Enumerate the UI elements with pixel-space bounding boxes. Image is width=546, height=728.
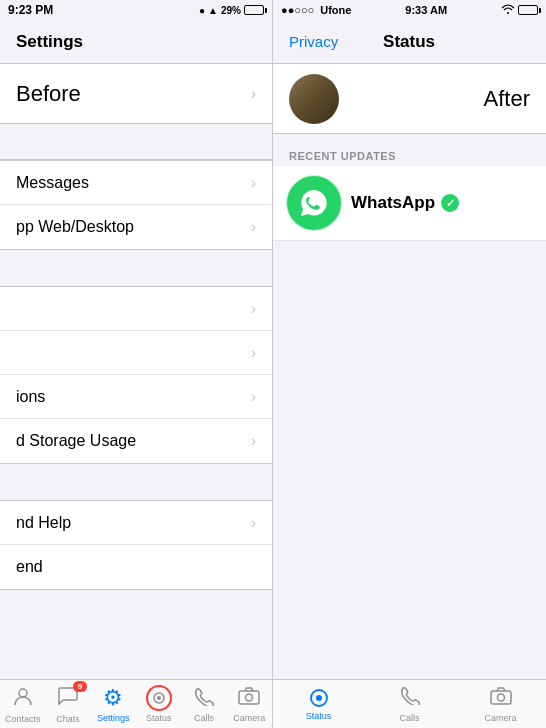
svg-rect-8 xyxy=(491,691,511,704)
tab-camera-right[interactable]: Camera xyxy=(455,685,546,723)
chats-tab-label: Chats xyxy=(56,714,80,724)
settings-icon: ⚙ xyxy=(103,685,123,711)
before-chevron-icon: › xyxy=(251,85,256,103)
left-panel: 9:23 PM ● ▲ 29% Settings Before › Messag… xyxy=(0,0,273,728)
time-left: 9:23 PM xyxy=(8,3,53,17)
whatsapp-ring xyxy=(287,176,341,230)
svg-rect-3 xyxy=(239,691,259,704)
whatsapp-icon-wrapper xyxy=(289,178,339,228)
tab-settings[interactable]: ⚙ Settings xyxy=(91,685,136,723)
separator-1 xyxy=(0,124,272,160)
calls-left-tab-label: Calls xyxy=(194,713,214,723)
signal-dots-icon: ●●○○○ xyxy=(281,4,314,16)
tab-calls-right[interactable]: Calls xyxy=(364,685,455,723)
status-left-tab-label: Status xyxy=(146,713,172,723)
signal-right: ●●○○○ Ufone xyxy=(281,4,351,16)
list-item-help[interactable]: nd Help › xyxy=(0,501,272,545)
after-avatar xyxy=(289,74,339,124)
tab-status-left[interactable]: Status xyxy=(136,685,181,723)
status-bar-left: 9:23 PM ● ▲ 29% xyxy=(0,0,272,20)
tab-bar-left: Contacts 9 Chats ⚙ Settings xyxy=(0,679,272,728)
calls-right-tab-label: Calls xyxy=(399,713,419,723)
check-icon: ✓ xyxy=(446,197,455,210)
camera-left-icon xyxy=(238,685,260,711)
list-section-mid: › › ions › d Storage Usage › xyxy=(0,286,272,464)
chats-badge: 9 xyxy=(73,681,87,692)
battery-bar-right xyxy=(518,5,538,15)
list-item-ions[interactable]: ions › xyxy=(0,375,272,419)
status-page-title: Status xyxy=(383,32,435,52)
list-item-end[interactable]: end xyxy=(0,545,272,589)
signal-icon: ● xyxy=(199,5,205,16)
nav-bar-left: Settings xyxy=(0,20,272,64)
back-button[interactable]: Privacy xyxy=(289,33,338,50)
chevron-2-icon: › xyxy=(251,344,256,362)
contacts-icon xyxy=(12,685,34,712)
list-item-storage[interactable]: d Storage Usage › xyxy=(0,419,272,463)
settings-tab-label: Settings xyxy=(97,713,130,723)
before-row[interactable]: Before › xyxy=(0,64,272,124)
svg-point-4 xyxy=(246,694,253,701)
calls-right-icon xyxy=(400,685,420,711)
tab-calls-left[interactable]: Calls xyxy=(181,686,226,723)
list-item-chevron-2[interactable]: › xyxy=(0,331,272,375)
battery-bar-left xyxy=(244,5,264,15)
status-right-tab-label: Status xyxy=(306,711,332,721)
list-section-top: Messages › pp Web/Desktop › xyxy=(0,160,272,250)
verified-badge-icon: ✓ xyxy=(441,194,459,212)
chats-icon: 9 xyxy=(57,685,79,712)
chevron-1-icon: › xyxy=(251,300,256,318)
web-label: pp Web/Desktop xyxy=(16,218,134,236)
tab-status-right[interactable]: Status xyxy=(273,687,364,721)
list-item-chevron-1[interactable]: › xyxy=(0,287,272,331)
svg-point-9 xyxy=(497,694,504,701)
tab-contacts[interactable]: Contacts xyxy=(0,685,45,724)
messages-chevron-icon: › xyxy=(251,174,256,192)
list-item-web[interactable]: pp Web/Desktop › xyxy=(0,205,272,249)
after-label: After xyxy=(484,86,530,112)
messages-label: Messages xyxy=(16,174,89,192)
right-content: After RECENT UPDATES WhatsApp ✓ xyxy=(273,64,546,679)
camera-right-tab-label: Camera xyxy=(484,713,516,723)
before-label: Before xyxy=(16,81,81,107)
list-item-messages[interactable]: Messages › xyxy=(0,161,272,205)
contacts-tab-label: Contacts xyxy=(5,714,41,724)
status-bar-right: ●●○○○ Ufone 9:33 AM xyxy=(273,0,546,20)
tab-bar-right: Status Calls Camera xyxy=(273,679,546,728)
wifi-right-icon xyxy=(501,4,515,16)
right-status-icons xyxy=(501,4,538,16)
section-gap-1 xyxy=(0,250,272,286)
settings-title: Settings xyxy=(16,32,83,52)
storage-label: d Storage Usage xyxy=(16,432,136,450)
status-right-icon xyxy=(308,687,330,709)
carrier-label: Ufone xyxy=(320,4,351,16)
ions-chevron-icon: › xyxy=(251,388,256,406)
nav-bar-right: Privacy Status xyxy=(273,20,546,64)
section-gap-2 xyxy=(0,464,272,500)
status-left-icon xyxy=(146,685,172,711)
svg-point-0 xyxy=(19,689,27,697)
camera-right-icon xyxy=(490,685,512,711)
whatsapp-update-item[interactable]: WhatsApp ✓ xyxy=(273,166,546,241)
right-panel: ●●○○○ Ufone 9:33 AM Privacy Status xyxy=(273,0,546,728)
time-right: 9:33 AM xyxy=(405,4,447,16)
svg-point-5 xyxy=(507,12,509,14)
help-chevron-icon: › xyxy=(251,514,256,532)
web-chevron-icon: › xyxy=(251,218,256,236)
end-label: end xyxy=(16,558,43,576)
tab-camera-left[interactable]: Camera xyxy=(227,685,272,723)
status-icons-left: ● ▲ 29% xyxy=(199,5,264,16)
left-content: Before › Messages › pp Web/Desktop › › › xyxy=(0,64,272,679)
whatsapp-name: WhatsApp xyxy=(351,193,435,213)
battery-left: 29% xyxy=(221,5,241,16)
help-label: nd Help xyxy=(16,514,71,532)
svg-point-2 xyxy=(157,696,161,700)
calls-left-icon xyxy=(194,686,214,711)
after-row: After xyxy=(273,64,546,134)
whatsapp-name-row: WhatsApp ✓ xyxy=(351,193,459,213)
recent-updates-header: RECENT UPDATES xyxy=(273,142,546,166)
ions-label: ions xyxy=(16,388,45,406)
location-icon: ▲ xyxy=(208,5,218,16)
storage-chevron-icon: › xyxy=(251,432,256,450)
tab-chats[interactable]: 9 Chats xyxy=(45,685,90,724)
